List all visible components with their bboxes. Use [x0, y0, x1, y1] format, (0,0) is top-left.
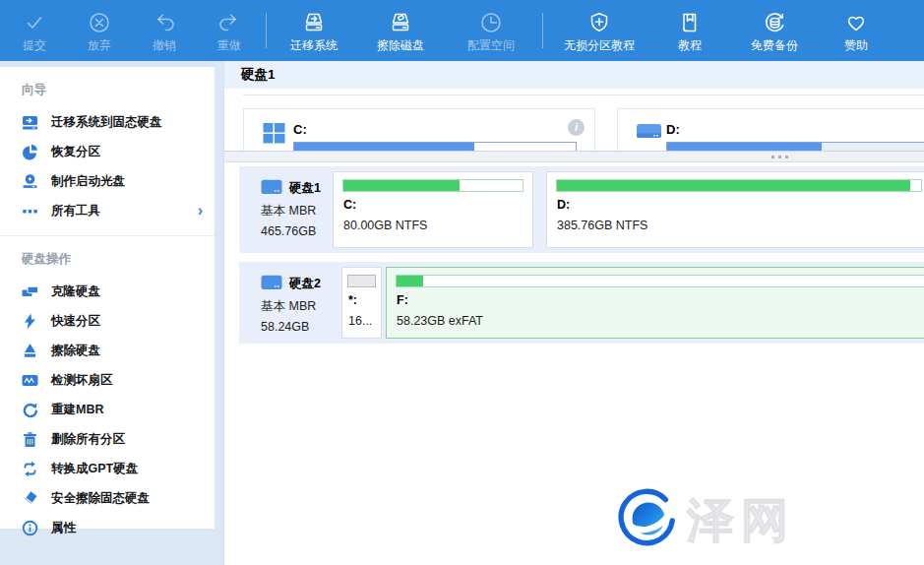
partition-block-C[interactable]: C:80.00GB NTFS	[333, 171, 533, 248]
disk-row-2: 硬盘2基本 MBR58.24GB*:16...F:58.23GB exFAT	[239, 262, 924, 344]
sidebar-item-secure-erase-ssd[interactable]: 安全擦除固态硬盘	[0, 483, 215, 513]
sponsor-button[interactable]: 赞助	[821, 0, 892, 61]
partition-usage-fill	[397, 276, 423, 286]
overview-card-c[interactable]: C:i	[243, 108, 595, 151]
divider	[243, 94, 924, 95]
erase-disk-toolbar-icon	[388, 9, 413, 36]
app-window: 提交放弃撤销重做迁移系统擦除磁盘配置空间无损分区教程教程免费备份赞助 向导迁移系…	[0, 0, 924, 565]
overview-usage-bar	[293, 142, 577, 151]
sidebar-item-properties[interactable]: 属性	[0, 513, 215, 542]
disk-info-block[interactable]: 硬盘1基本 MBR465.76GB	[239, 166, 333, 253]
lightning-icon	[22, 313, 38, 330]
overview-usage-fill	[667, 143, 822, 151]
toolbar-button-label: 重做	[217, 38, 241, 52]
sidebar: 向导迁移系统到固态硬盘恢复分区制作启动光盘所有工具›硬盘操作克隆硬盘快速分区擦除…	[0, 67, 215, 529]
clock-pie-icon	[478, 9, 504, 36]
sidebar-section: 向导迁移系统到固态硬盘恢复分区制作启动光盘所有工具›	[0, 67, 215, 225]
wipe-disk-button[interactable]: 擦除磁盘	[357, 0, 444, 61]
sidebar-item-label: 重建MBR	[51, 402, 103, 418]
eraser-icon	[22, 490, 38, 507]
migrate-ssd-icon	[22, 114, 38, 131]
disk-overview: C:iD:	[224, 108, 924, 151]
partition-block-D[interactable]: D:385.76GB NTFS	[546, 171, 924, 248]
sidebar-item-label: 安全擦除固态硬盘	[51, 490, 150, 507]
free-backup-button[interactable]: 免费备份	[728, 0, 821, 61]
rebuild-mbr-icon	[22, 402, 38, 418]
tab-disk1[interactable]: 硬盘1	[224, 61, 292, 89]
sidebar-item-label: 制作启动光盘	[51, 173, 125, 190]
sidebar-item-recover-partition[interactable]: 恢复分区	[0, 137, 215, 166]
discard-button: 放弃	[67, 0, 132, 61]
partition-detail: 58.23GB exFAT	[397, 314, 483, 328]
splitter-handle[interactable]	[224, 151, 924, 162]
sidebar-item-label: 克隆硬盘	[51, 283, 100, 300]
sidebar-section-title: 硬盘操作	[0, 236, 215, 277]
partition-detail: 16...	[348, 314, 372, 328]
partition-usage-fill	[348, 276, 375, 286]
undo-button: 撤销	[132, 0, 197, 61]
sidebar-item-delete-all-partitions[interactable]: 删除所有分区	[0, 424, 215, 454]
sidebar-item-wipe-hard-drive[interactable]: 擦除硬盘	[0, 336, 215, 365]
watermark-text: 泽网	[687, 497, 795, 544]
migrate-disk-icon	[301, 9, 327, 36]
partition-tutorial-button[interactable]: 无损分区教程	[547, 0, 651, 61]
toolbar-separator	[266, 13, 267, 48]
sidebar-item-clone-disk[interactable]: 克隆硬盘	[0, 277, 215, 306]
overview-usage-fill	[294, 143, 474, 151]
convert-arrows-icon	[22, 461, 38, 477]
toolbar-button-label: 放弃	[88, 38, 111, 52]
recover-partition-icon	[22, 144, 38, 160]
partition-label: C:	[343, 198, 356, 212]
partition-detail: 385.76GB NTFS	[557, 219, 647, 232]
sidebar-item-migrate-os-to-ssd[interactable]: 迁移系统到固态硬盘	[0, 107, 215, 137]
drive-icon	[636, 120, 662, 148]
windows-icon	[262, 120, 286, 149]
chevron-right-icon: ›	[198, 203, 203, 219]
info-circle-icon	[22, 520, 38, 536]
sidebar-item-label: 迁移系统到固态硬盘	[51, 114, 162, 131]
overview-drive-label: D:	[666, 122, 680, 137]
sidebar-item-convert-to-gpt[interactable]: 转换成GPT硬盘	[0, 454, 215, 483]
sidebar-item-make-bootable-media[interactable]: 制作启动光盘	[0, 166, 215, 196]
overview-card-d[interactable]: D:	[617, 108, 924, 151]
submit-button: 提交	[2, 0, 67, 61]
book-icon	[677, 9, 703, 36]
sidebar-item-check-bad-sectors[interactable]: 检测坏扇区	[0, 365, 215, 395]
trash-icon	[22, 431, 38, 448]
toolbar-button-label: 擦除磁盘	[377, 38, 424, 52]
main-panel: 硬盘1 C:iD: 硬盘1基本 MBR465.76GBC:80.00GB NTF…	[224, 61, 924, 565]
disk-info-block[interactable]: 硬盘2基本 MBR58.24GB	[239, 262, 333, 344]
sidebar-item-label: 删除所有分区	[51, 431, 125, 448]
partition-usage-bar	[396, 275, 924, 287]
toolbar-button-label: 迁移系统	[290, 38, 338, 52]
partition-label: F:	[397, 293, 408, 307]
sidebar-item-all-tools[interactable]: 所有工具›	[0, 196, 215, 225]
check-icon	[22, 9, 47, 36]
sidebar-item-label: 恢复分区	[51, 144, 100, 160]
sidebar-section: 硬盘操作克隆硬盘快速分区擦除硬盘检测坏扇区重建MBR删除所有分区转换成GPT硬盘…	[0, 235, 215, 542]
disk-size: 465.76GB	[261, 224, 333, 238]
allocate-space-button: 配置空间	[444, 0, 538, 61]
sidebar-item-label: 所有工具	[51, 203, 100, 220]
partition-usage-bar	[556, 179, 922, 192]
watermark-logo-icon	[618, 488, 679, 553]
sidebar-item-quick-partition[interactable]: 快速分区	[0, 306, 215, 336]
disk-name: 硬盘1	[261, 179, 333, 198]
partition-usage-bar	[342, 179, 524, 192]
migrate-system-button[interactable]: 迁移系统	[271, 0, 357, 61]
info-icon[interactable]: i	[568, 119, 585, 136]
disk-name-label: 硬盘2	[289, 276, 321, 292]
tutorial-button[interactable]: 教程	[651, 0, 728, 61]
partition-label: D:	[557, 198, 570, 212]
bad-sector-icon	[22, 372, 38, 389]
partition-label: *:	[348, 293, 357, 307]
sidebar-item-label: 擦除硬盘	[51, 343, 100, 359]
partition-block-star[interactable]: *:16...	[341, 267, 382, 339]
backup-cycle-icon	[762, 9, 787, 36]
toolbar-button-label: 撤销	[153, 38, 176, 52]
sidebar-item-rebuild-mbr[interactable]: 重建MBR	[0, 395, 215, 424]
shield-plus-icon	[586, 9, 612, 36]
disk-size: 58.24GB	[261, 320, 333, 334]
all-tools-icon	[22, 203, 38, 220]
partition-block-F[interactable]: F:58.23GB exFAT	[386, 267, 924, 339]
